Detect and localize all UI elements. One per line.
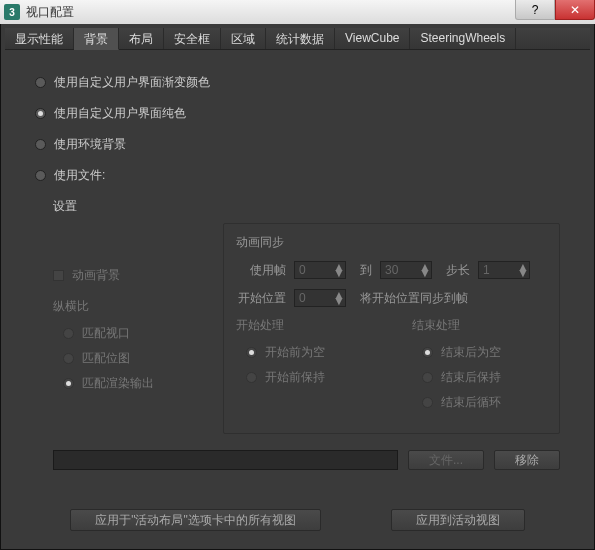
right-column: 动画同步 使用帧 0 ▲▼ 到 30 ▲▼ [223,223,560,434]
radio-gradient[interactable]: 使用自定义用户界面渐变颜色 [35,74,560,91]
spinner-value: 1 [483,263,517,277]
radio-loop-after: 结束后循环 [412,394,548,411]
radio-label: 开始前保持 [265,369,325,386]
app-icon: 3 [4,4,20,20]
start-proc-col: 开始处理 开始前为空 开始前保持 [236,317,372,419]
tab-bar: 显示性能 背景 布局 安全框 区域 统计数据 ViewCube Steering… [5,28,590,50]
tab-content: 使用自定义用户界面渐变颜色 使用自定义用户界面纯色 使用环境背景 使用文件: 设… [5,50,590,470]
help-button[interactable]: ? [515,0,555,20]
radio-label: 匹配位图 [82,350,130,367]
tab-background[interactable]: 背景 [74,28,119,50]
file-row: 文件... 移除 [53,450,560,470]
left-column: 动画背景 纵横比 匹配视口 匹配位图 匹配渲染输出 [53,223,203,434]
step-spinner: 1 ▲▼ [478,261,530,279]
proc-columns: 开始处理 开始前为空 开始前保持 结束处理 [236,317,547,419]
radio-icon [63,378,74,389]
file-button[interactable]: 文件... [408,450,484,470]
start-proc-title: 开始处理 [236,317,372,334]
radio-label: 使用环境背景 [54,136,126,153]
tab-viewcube[interactable]: ViewCube [335,28,410,49]
radio-label: 使用文件: [54,167,105,184]
tab-layout[interactable]: 布局 [119,28,164,49]
apply-all-button[interactable]: 应用于"活动布局"选项卡中的所有视图 [70,509,321,531]
radio-icon [63,328,74,339]
to-label: 到 [360,262,372,279]
radio-icon [35,77,46,88]
spinner-down-icon: ▼ [419,270,429,276]
radio-icon [246,372,257,383]
bottom-buttons: 应用于"活动布局"选项卡中的所有视图 应用到活动视图 [1,509,594,531]
tab-display-perf[interactable]: 显示性能 [5,28,74,49]
spinner-down-icon: ▼ [333,298,343,304]
window-body: 显示性能 背景 布局 安全框 区域 统计数据 ViewCube Steering… [0,24,595,550]
spinner-down-icon: ▼ [333,270,343,276]
tab-statistics[interactable]: 统计数据 [266,28,335,49]
radio-icon [35,170,46,181]
start-pos-spinner: 0 ▲▼ [294,289,346,307]
radio-icon [422,347,433,358]
radio-solid[interactable]: 使用自定义用户界面纯色 [35,105,560,122]
radio-blank-before: 开始前为空 [236,344,372,361]
help-icon: ? [532,3,539,17]
to-spinner: 30 ▲▼ [380,261,432,279]
spinner-value: 0 [299,263,333,277]
radio-icon [422,372,433,383]
radio-label: 使用自定义用户界面渐变颜色 [54,74,210,91]
close-button[interactable]: ✕ [555,0,595,20]
spinner-value: 0 [299,291,333,305]
radio-match-render: 匹配渲染输出 [53,375,203,392]
window-controls: ? ✕ [515,0,595,20]
spinner-down-icon: ▼ [517,270,527,276]
radio-file[interactable]: 使用文件: [35,167,560,184]
radio-icon [35,139,46,150]
tab-safe-frame[interactable]: 安全框 [164,28,221,49]
end-proc-title: 结束处理 [412,317,548,334]
radio-label: 结束后循环 [441,394,501,411]
use-frame-label: 使用帧 [236,262,286,279]
remove-button[interactable]: 移除 [494,450,560,470]
end-proc-col: 结束处理 结束后为空 结束后保持 结束后循环 [412,317,548,419]
radio-label: 匹配渲染输出 [82,375,154,392]
radio-hold-after: 结束后保持 [412,369,548,386]
radio-label: 使用自定义用户界面纯色 [54,105,186,122]
sync-label: 将开始位置同步到帧 [360,290,468,307]
row-use-frame: 使用帧 0 ▲▼ 到 30 ▲▼ 步长 [236,261,547,279]
radio-icon [35,108,46,119]
checkbox-label: 动画背景 [72,267,120,284]
step-label: 步长 [446,262,470,279]
checkbox-icon [53,270,64,281]
radio-label: 匹配视口 [82,325,130,342]
window-title: 视口配置 [26,4,74,21]
settings-group: 设置 动画背景 纵横比 匹配视口 匹配位图 [53,198,560,470]
apply-active-button[interactable]: 应用到活动视图 [391,509,525,531]
animsync-title: 动画同步 [236,234,547,251]
radio-match-bitmap: 匹配位图 [53,350,203,367]
start-pos-label: 开始位置 [236,290,286,307]
file-path-input[interactable] [53,450,398,470]
radio-icon [63,353,74,364]
close-icon: ✕ [570,3,580,17]
tab-regions[interactable]: 区域 [221,28,266,49]
checkbox-anim-bg: 动画背景 [53,267,203,284]
titlebar: 3 视口配置 ? ✕ [0,0,595,24]
spinner-value: 30 [385,263,419,277]
radio-hold-before: 开始前保持 [236,369,372,386]
tab-steeringwheels[interactable]: SteeringWheels [410,28,516,49]
radio-env[interactable]: 使用环境背景 [35,136,560,153]
radio-label: 结束后为空 [441,344,501,361]
radio-icon [246,347,257,358]
use-frame-spinner: 0 ▲▼ [294,261,346,279]
radio-label: 结束后保持 [441,369,501,386]
settings-label: 设置 [53,198,560,215]
radio-icon [422,397,433,408]
row-start-pos: 开始位置 0 ▲▼ 将开始位置同步到帧 [236,289,547,307]
radio-match-viewport: 匹配视口 [53,325,203,342]
aspect-title: 纵横比 [53,298,203,315]
radio-label: 开始前为空 [265,344,325,361]
radio-blank-after: 结束后为空 [412,344,548,361]
